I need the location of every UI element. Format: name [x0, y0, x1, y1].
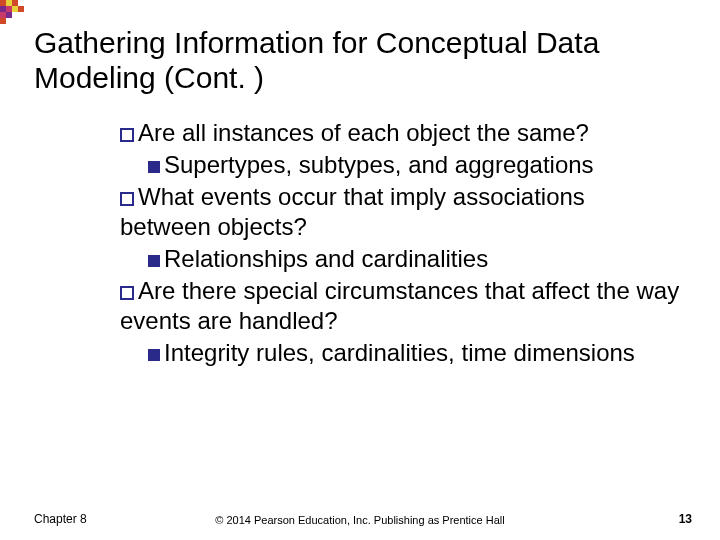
svg-rect-2 [12, 0, 18, 6]
svg-rect-5 [12, 6, 18, 12]
slide-title: Gathering Information for Conceptual Dat… [34, 26, 674, 95]
solid-square-icon [148, 161, 160, 173]
bullet-a3: Integrity rules, cardinalities, time dim… [120, 338, 680, 368]
hollow-square-icon [120, 192, 134, 206]
svg-rect-7 [0, 12, 6, 18]
svg-rect-0 [0, 0, 6, 6]
svg-rect-3 [0, 6, 6, 12]
svg-rect-1 [6, 0, 12, 6]
bullet-text: Supertypes, subtypes, and aggregations [164, 151, 594, 178]
slide: Gathering Information for Conceptual Dat… [0, 0, 720, 540]
svg-rect-6 [18, 6, 24, 12]
bullet-a2: Relationships and cardinalities [120, 244, 680, 274]
hollow-square-icon [120, 286, 134, 300]
solid-square-icon [148, 349, 160, 361]
bullet-q3: Are there special circumstances that aff… [120, 276, 680, 336]
svg-rect-9 [0, 18, 6, 24]
bullet-a1: Supertypes, subtypes, and aggregations [120, 150, 680, 180]
footer-page-number: 13 [679, 512, 692, 526]
bullet-text: Relationships and cardinalities [164, 245, 488, 272]
footer-copyright: © 2014 Pearson Education, Inc. Publishin… [0, 514, 720, 526]
bullet-q2: What events occur that imply association… [120, 182, 680, 242]
solid-square-icon [148, 255, 160, 267]
bullet-text: Are all instances of each object the sam… [138, 119, 589, 146]
bullet-text: Integrity rules, cardinalities, time dim… [164, 339, 635, 366]
bullet-text: Are there special circumstances that aff… [120, 277, 679, 334]
slide-body: Are all instances of each object the sam… [120, 118, 680, 370]
bullet-q1: Are all instances of each object the sam… [120, 118, 680, 148]
svg-rect-8 [6, 12, 12, 18]
hollow-square-icon [120, 128, 134, 142]
bullet-text: What events occur that imply association… [120, 183, 585, 240]
svg-rect-4 [6, 6, 12, 12]
